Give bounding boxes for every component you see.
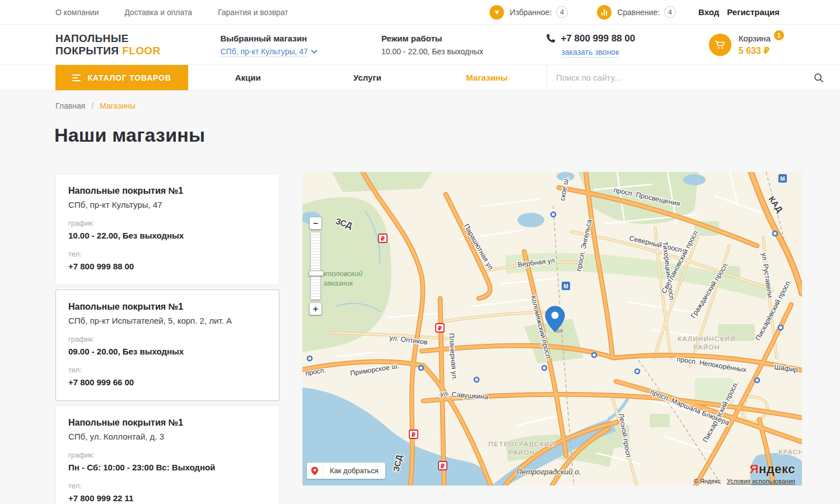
topbar-link-warranty[interactable]: Гарантия и возврат xyxy=(218,8,288,17)
store-name: Напольные покрытия №1 xyxy=(68,302,267,312)
svg-text:₽: ₽ xyxy=(381,235,385,242)
yandex-logo[interactable]: Яндекс xyxy=(750,462,795,477)
main-nav: КАТАЛОГ ТОВАРОВ Акции Услуги Магазины xyxy=(0,65,840,91)
directions-label: Как добраться xyxy=(323,466,385,475)
svg-text:заказник: заказник xyxy=(323,279,354,287)
svg-text:РАЙОН: РАЙОН xyxy=(693,344,720,351)
zoom-in-button[interactable]: + xyxy=(309,302,322,315)
store-address: СПб, пр-кт Культуры, 47 xyxy=(68,200,267,209)
page-content: Главная / Магазины Наши магазины Напольн… xyxy=(0,91,840,504)
compare-label: Сравнение: xyxy=(617,8,660,17)
breadcrumb-separator: / xyxy=(91,101,94,110)
selected-store-label: Выбранный магазин xyxy=(220,34,381,43)
store-phone: +7 800 999 22 11 xyxy=(68,493,267,503)
store-list: Напольные покрытия №1 СПб, пр-кт Культур… xyxy=(55,174,279,504)
route-pin-icon xyxy=(307,463,323,479)
heart-icon: ♥ xyxy=(489,5,504,20)
search-input[interactable] xyxy=(556,73,806,82)
store-schedule: Пн - Сб: 10:00 - 23:00 Вс: Выходной xyxy=(68,463,267,472)
directions-button[interactable]: Как добраться xyxy=(307,463,385,479)
svg-text:Шафир: Шафир xyxy=(774,363,799,374)
breadcrumb-home[interactable]: Главная xyxy=(55,101,85,110)
store-address: СПб, ул. Коллонтай, д. 3 xyxy=(68,432,267,441)
copyright-text: © Яндекс xyxy=(694,478,721,484)
store-schedule-label: график: xyxy=(68,451,267,459)
svg-text:КАЛИНИНСКИЙ: КАЛИНИНСКИЙ xyxy=(678,335,735,342)
store-card-3[interactable]: Напольные покрытия №1 СПб, ул. Коллонтай… xyxy=(55,405,279,504)
header: НАПОЛЬНЫЕ ПОКРЫТИЯ FLOOR Выбранный магаз… xyxy=(0,25,840,65)
chevron-down-icon xyxy=(311,47,317,53)
topbar-link-about[interactable]: О компании xyxy=(55,8,99,17)
compare-count-badge: 4 xyxy=(664,6,676,18)
yandex-map[interactable]: М М ₽ ₽ ₽ ₽ ЗСД ЗСД КАД ское ш. просп. П… xyxy=(302,172,802,486)
nav-item-stores[interactable]: Магазины xyxy=(427,65,547,90)
zoom-out-button[interactable]: − xyxy=(309,217,322,230)
store-name: Напольные покрытия №1 xyxy=(68,418,267,428)
logo-line1: НАПОЛЬНЫЕ xyxy=(55,32,220,45)
phone-icon xyxy=(546,34,556,43)
login-button[interactable]: Вход xyxy=(698,7,719,17)
store-name: Напольные покрытия №1 xyxy=(68,186,267,196)
work-hours-value: 10.00 - 22.00, Без выходных xyxy=(381,47,546,56)
favorites-count-badge: 4 xyxy=(556,6,568,18)
compare-button[interactable]: Сравнение: 4 xyxy=(597,5,676,20)
zoom-slider-handle[interactable] xyxy=(309,270,324,276)
cart-total: 5 633 ₽ xyxy=(739,45,784,56)
cart-button[interactable]: Корзина 1 5 633 ₽ xyxy=(709,34,784,56)
svg-text:РАЙОН: РАЙОН xyxy=(508,449,535,456)
svg-text:Планерная ул.: Планерная ул. xyxy=(447,333,459,381)
site-logo[interactable]: НАПОЛЬНЫЕ ПОКРЫТИЯ FLOOR xyxy=(55,32,220,57)
breadcrumb-current: Магазины xyxy=(100,101,136,110)
logo-accent: FLOOR xyxy=(122,45,161,57)
favorites-label: Избранное: xyxy=(510,8,552,17)
nav-item-services[interactable]: Услуги xyxy=(307,65,427,90)
svg-text:КРАСНО: КРАСНО xyxy=(778,449,802,455)
cart-icon xyxy=(709,34,731,56)
store-phone-label: тел: xyxy=(68,366,267,374)
svg-text:₽: ₽ xyxy=(412,431,416,438)
svg-text:₽: ₽ xyxy=(441,463,445,469)
register-button[interactable]: Регистрация xyxy=(727,7,780,17)
topbar-link-delivery[interactable]: Доставка и оплата xyxy=(124,8,192,17)
cart-label: Корзина xyxy=(739,34,771,43)
selected-store-link[interactable]: СПб, пр-кт Культуры, 47 xyxy=(220,47,307,57)
work-hours-label: Режим работы xyxy=(381,34,546,43)
page-title: Наши магазины xyxy=(54,124,205,146)
store-phone: +7 800 999 88 00 xyxy=(68,262,267,271)
map-canvas[interactable]: М М ₽ ₽ ₽ ₽ ЗСД ЗСД КАД ское ш. просп. П… xyxy=(302,172,802,486)
search-icon[interactable] xyxy=(813,72,824,83)
compare-bars-icon xyxy=(597,5,612,20)
store-card-2[interactable]: Напольные покрытия №1 СПб, пр-кт Испытат… xyxy=(55,290,279,401)
zoom-slider[interactable] xyxy=(310,232,321,300)
catalog-button-label: КАТАЛОГ ТОВАРОВ xyxy=(87,73,171,82)
map-zoom-control: − + xyxy=(309,217,324,315)
svg-text:Петроградский о.: Петроградский о. xyxy=(516,468,581,476)
favorites-button[interactable]: ♥ Избранное: 4 xyxy=(489,5,568,20)
svg-text:М: М xyxy=(563,283,568,290)
store-phone: +7 800 999 66 00 xyxy=(68,377,267,387)
terms-of-use-link[interactable]: Условия использования xyxy=(727,478,795,484)
svg-text:₽: ₽ xyxy=(438,325,442,332)
topbar: О компании Доставка и оплата Гарантия и … xyxy=(0,0,840,25)
header-phone[interactable]: +7 800 999 88 00 xyxy=(561,33,635,44)
map-attribution: © Яндекс Условия использования xyxy=(694,478,795,484)
breadcrumb: Главная / Магазины xyxy=(55,101,136,110)
svg-text:ПЕТРОГРАДСКИЙ: ПЕТРОГРАДСКИЙ xyxy=(488,441,555,447)
logo-line2: ПОКРЫТИЯ FLOOR xyxy=(55,45,220,57)
nav-item-promotions[interactable]: Акции xyxy=(188,65,307,90)
store-schedule-label: график: xyxy=(68,219,267,227)
store-phone-label: тел: xyxy=(68,482,267,490)
svg-text:М: М xyxy=(780,176,785,182)
store-phone-label: тел: xyxy=(68,250,267,258)
store-schedule-label: график: xyxy=(68,335,267,343)
store-address: СПб, пр-кт Испытателей, 5, корп. 2, лит.… xyxy=(68,316,267,325)
hamburger-icon xyxy=(72,74,81,81)
store-schedule: 10.00 - 22.00, Без выходных xyxy=(68,231,267,240)
store-schedule: 09.00 - 20.00, Без выходных xyxy=(68,347,267,356)
cart-count-badge: 1 xyxy=(774,30,784,40)
callback-link[interactable]: заказать звонок xyxy=(561,48,619,58)
store-card-1[interactable]: Напольные покрытия №1 СПб, пр-кт Культур… xyxy=(55,174,279,285)
catalog-button[interactable]: КАТАЛОГ ТОВАРОВ xyxy=(55,65,188,90)
